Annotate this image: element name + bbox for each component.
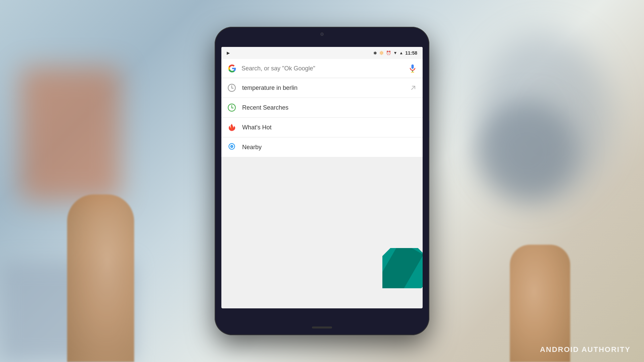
- teal-decoration: [382, 248, 423, 288]
- temperature-berlin-text: temperature in berlin: [242, 84, 404, 92]
- wifi-icon: ▼: [393, 51, 397, 55]
- voice-search-icon[interactable]: [408, 64, 417, 73]
- svg-rect-2: [412, 71, 413, 72]
- whats-hot-text: What's Hot: [242, 124, 417, 131]
- clock-icon: [227, 83, 237, 93]
- svg-rect-1: [412, 64, 414, 69]
- search-bar[interactable]: [221, 59, 423, 78]
- flame-icon: [227, 122, 237, 132]
- status-right-icons: ✱ 🔅 ⏰ ▼ ▲ 11:58: [373, 50, 417, 56]
- status-left-icons: ▶: [227, 51, 230, 55]
- recent-searches-text: Recent Searches: [242, 104, 417, 111]
- time-display: 11:58: [405, 50, 417, 56]
- suggestion-recent-temperature[interactable]: temperature in berlin: [221, 78, 423, 98]
- hand-left: [67, 194, 134, 362]
- alarm-icon: ⏰: [386, 51, 391, 55]
- svg-point-12: [231, 146, 232, 147]
- vibrate-icon: 🔅: [379, 51, 384, 55]
- signal-icon: ▲: [399, 51, 403, 55]
- suggestion-nearby[interactable]: Nearby: [221, 137, 423, 157]
- suggestion-whats-hot[interactable]: What's Hot: [221, 118, 423, 137]
- clock-green-icon: [227, 103, 237, 113]
- phone-frame: ▶ ✱ 🔅 ⏰ ▼ ▲ 11:58: [215, 27, 429, 335]
- phone-screen: ▶ ✱ 🔅 ⏰ ▼ ▲ 11:58: [221, 47, 423, 308]
- arrow-fill-icon: [409, 84, 417, 92]
- phone-top: [309, 33, 335, 36]
- suggestion-recent-searches[interactable]: Recent Searches: [221, 98, 423, 118]
- watermark: ANDROID AUTHORITY: [540, 345, 631, 354]
- push-icon: ▶: [227, 51, 230, 55]
- camera-dot: [320, 33, 324, 36]
- phone-bottom-bar: [312, 326, 332, 328]
- google-logo: [227, 63, 237, 74]
- hand-right: [510, 245, 570, 362]
- search-suggestions: temperature in berlin Recent Searches: [221, 78, 423, 157]
- power-button: [429, 121, 429, 137]
- svg-rect-3: [411, 72, 414, 73]
- status-bar: ▶ ✱ 🔅 ⏰ ▼ ▲ 11:58: [221, 47, 423, 59]
- search-input[interactable]: [241, 65, 404, 72]
- location-icon: [227, 142, 237, 152]
- nearby-text: Nearby: [242, 144, 417, 151]
- bluetooth-icon: ✱: [373, 51, 377, 56]
